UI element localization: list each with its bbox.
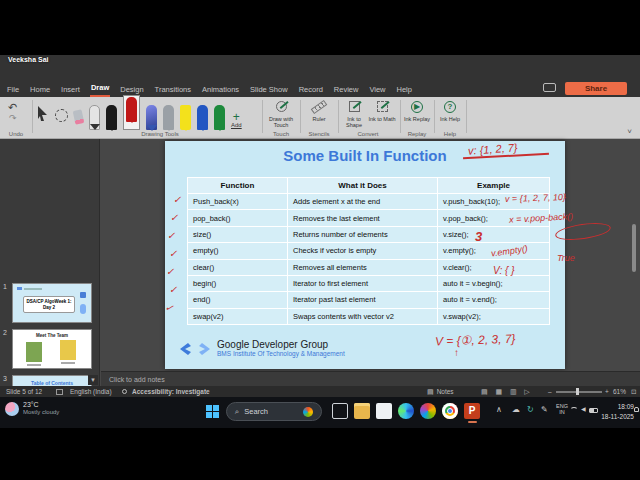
search-icon: ⌕ xyxy=(235,407,239,417)
ink-to-shape-button[interactable]: Ink to Shape xyxy=(340,99,368,128)
notification-bell-icon[interactable] xyxy=(634,407,639,412)
speaker-icon[interactable]: ◀ xyxy=(581,405,586,412)
tab-animations[interactable]: Animations xyxy=(201,82,240,97)
store-icon[interactable] xyxy=(376,403,392,419)
tab-draw[interactable]: Draw xyxy=(90,80,110,97)
chrome-icon[interactable] xyxy=(442,403,458,419)
title-bar: P AutoSave Off ↶ ↷ 🗔 ⌄ Copy of 2025 Pres… xyxy=(0,55,640,80)
eraser-icon[interactable] xyxy=(73,109,85,125)
powerpoint-taskbar-icon[interactable]: P xyxy=(464,403,480,419)
pen-silver-icon[interactable] xyxy=(89,105,100,130)
tray-chevron-icon[interactable]: ∧ xyxy=(496,405,502,414)
language-indicator[interactable]: ENG IN xyxy=(556,403,568,415)
tab-slideshow[interactable]: Slide Show xyxy=(249,82,289,97)
lasso-select-icon[interactable] xyxy=(55,109,68,122)
cell: clear() xyxy=(188,259,288,275)
pen-galaxy-icon[interactable] xyxy=(146,105,157,130)
tab-record[interactable]: Record xyxy=(298,82,324,97)
tab-home[interactable]: Home xyxy=(29,82,51,97)
zoom-slider-track[interactable] xyxy=(556,391,602,393)
cell: Adds element x at the end xyxy=(288,194,438,210)
fit-to-window-icon[interactable]: ⊡ xyxy=(631,386,636,397)
ribbon-redo-icon[interactable]: ↷ xyxy=(9,113,17,123)
photos-icon[interactable] xyxy=(420,403,436,419)
thumbnail-slide-3[interactable]: Table of Contents xyxy=(12,375,92,386)
add-pen-button[interactable]: + Add xyxy=(231,112,242,128)
weather-icon xyxy=(5,402,19,416)
slide-sorter-icon[interactable]: ▦ xyxy=(495,386,502,397)
ribbon-separator xyxy=(32,100,33,133)
pen-blue-icon[interactable] xyxy=(197,105,208,130)
thumbnail-slide-2[interactable]: Meet The Team xyxy=(12,329,92,369)
highlighter-yellow-icon[interactable] xyxy=(180,105,191,130)
ink-to-math-label: Ink to Math xyxy=(368,116,396,122)
notes-book-icon[interactable] xyxy=(56,389,63,395)
normal-view-icon[interactable]: ▤ xyxy=(481,386,488,397)
status-bar: Slide 5 of 12 English (India) Accessibil… xyxy=(0,386,640,397)
comments-icon[interactable] xyxy=(543,83,556,92)
slideshow-view-icon[interactable]: ▷ xyxy=(524,386,529,397)
slide-canvas[interactable]: Some Built In Function Function What it … xyxy=(165,141,565,369)
edge-icon[interactable] xyxy=(398,403,414,419)
ribbon-separator xyxy=(300,100,301,133)
tab-transitions[interactable]: Transitions xyxy=(154,82,192,97)
sync-icon[interactable]: ↻ xyxy=(527,405,534,414)
tab-insert[interactable]: Insert xyxy=(60,82,81,97)
task-view-icon[interactable] xyxy=(332,403,348,419)
pen-tray-icon[interactable]: ✎ xyxy=(541,405,548,414)
weather-widget[interactable]: 23°C Mostly cloudy xyxy=(5,401,59,416)
ink-clear-note: V: { } xyxy=(493,265,515,276)
collapse-ribbon-icon[interactable]: ˅ xyxy=(627,127,632,136)
pen-green-icon[interactable] xyxy=(214,105,225,130)
zoom-out-button[interactable]: – xyxy=(548,386,552,397)
cell: Push_back(x) xyxy=(188,194,288,210)
view-buttons: ▤ ▦ ▥ ▷ xyxy=(478,386,533,397)
ink-help-button[interactable]: ? Ink Help xyxy=(436,99,464,122)
thumbnail-scroll-down-button[interactable]: ▼ xyxy=(88,375,98,385)
file-explorer-icon[interactable] xyxy=(354,403,370,419)
reading-view-icon[interactable]: ▥ xyxy=(510,386,517,397)
tray-time: 18:09 xyxy=(596,402,634,412)
zoom-in-button[interactable]: + xyxy=(605,386,609,397)
wifi-icon[interactable] xyxy=(570,407,578,415)
ink-replay-button[interactable]: ▶ Ink Replay xyxy=(402,99,432,122)
table-row: size() Returns number of elements v.size… xyxy=(188,226,550,242)
taskbar-search[interactable]: ⌕ Search xyxy=(226,402,322,421)
pen-red-selected[interactable] xyxy=(123,95,140,130)
pen-black-icon[interactable] xyxy=(106,105,117,130)
group-label-drawing: Drawing Tools xyxy=(100,131,220,137)
tab-file[interactable]: File xyxy=(6,82,20,97)
notes-pane[interactable]: Click to add notes xyxy=(101,371,640,386)
pen-gray-icon[interactable] xyxy=(163,105,174,130)
mini-slide-title: DSA/CP AlgoWeek 1: Day 2 xyxy=(23,296,75,313)
share-button[interactable]: Share xyxy=(565,82,627,95)
ink-to-shape-label: Ink to Shape xyxy=(340,116,368,128)
notes-toggle-label: Notes xyxy=(437,388,454,395)
slide-thumbnail-panel[interactable]: 1 DSA/CP AlgoWeek 1: Day 2 2 Meet The Te… xyxy=(0,139,100,386)
select-cursor-icon[interactable] xyxy=(36,106,49,122)
notes-toggle-button[interactable]: ▤Notes xyxy=(424,386,454,397)
ink-to-math-button[interactable]: Ink to Math xyxy=(368,99,396,122)
start-button[interactable] xyxy=(206,405,219,418)
draw-with-touch-button[interactable]: Draw with Touch xyxy=(264,99,298,128)
ruler-button[interactable]: Ruler xyxy=(302,99,336,122)
thumbnail-slide-1[interactable]: DSA/CP AlgoWeek 1: Day 2 xyxy=(12,283,92,323)
cell: swap(v2) xyxy=(188,308,288,324)
slide-editor: Some Built In Function Function What it … xyxy=(101,139,640,386)
zoom-percent[interactable]: 61% xyxy=(613,386,626,397)
accessibility-status[interactable]: Accessibility: Investigate xyxy=(132,386,210,397)
copilot-icon xyxy=(303,407,313,417)
tab-view[interactable]: View xyxy=(368,82,386,97)
group-label-touch: Touch xyxy=(266,131,296,137)
clock[interactable]: 18:09 18-11-2025 xyxy=(596,402,634,422)
editor-scrollbar[interactable] xyxy=(632,224,636,272)
zoom-slider-knob[interactable] xyxy=(576,388,579,395)
cell: Removes all elements xyxy=(288,259,438,275)
tab-review[interactable]: Review xyxy=(333,82,360,97)
language-status[interactable]: English (India) xyxy=(70,386,112,397)
cell: Swaps contents with vector v2 xyxy=(288,308,438,324)
lang-bottom: IN xyxy=(556,409,568,415)
tab-help[interactable]: Help xyxy=(396,82,413,97)
ruler-label: Ruler xyxy=(302,116,336,122)
onedrive-cloud-icon[interactable]: ☁ xyxy=(512,405,520,414)
